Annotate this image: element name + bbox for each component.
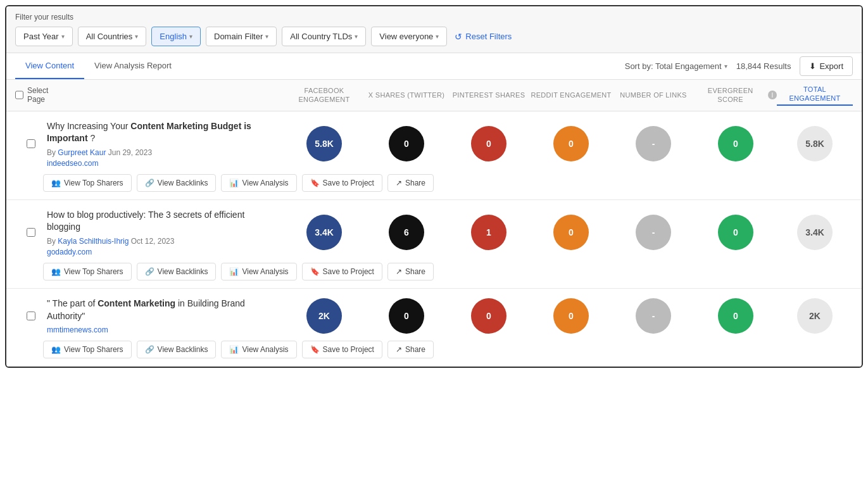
author-link[interactable]: Kayla Schilthuis-Ihrig [58, 237, 129, 246]
view-backlinks-button[interactable]: 🔗 View Backlinks [137, 174, 217, 192]
save-to-project-button[interactable]: 🔖 Save to Project [302, 174, 382, 192]
sort-button[interactable]: Sort by: Total Engagement ▾ [625, 61, 727, 71]
select-all-checkbox[interactable] [15, 91, 23, 99]
users-icon: 👥 [51, 179, 61, 187]
view-analysis-button[interactable]: 📊 View Analysis [221, 341, 296, 358]
chart-icon: 📊 [229, 179, 239, 187]
action-bar: 👥 View Top Sharers 🔗 View Backlinks 📊 Vi… [15, 334, 853, 366]
article-meta: By Gurpreet Kaur Jun 29, 2023 [47, 148, 277, 157]
facebook-circle: 5.8K [306, 126, 342, 161]
chart-icon: 📊 [229, 345, 239, 354]
article-domain[interactable]: mmtimenews.com [47, 325, 277, 334]
facebook-col-header[interactable]: FACEBOOK ENGAGEMENT [283, 86, 365, 104]
reset-icon: ↺ [455, 32, 462, 42]
export-label: Export [819, 61, 843, 71]
total-circle: 5.8K [797, 126, 833, 161]
save-to-project-button[interactable]: 🔖 Save to Project [302, 263, 382, 280]
view-backlinks-button[interactable]: 🔗 View Backlinks [137, 263, 217, 280]
chevron-down-icon: ▾ [61, 33, 65, 40]
links-col-header[interactable]: NUMBER OF LINKS [612, 91, 695, 99]
tab-view-content[interactable]: View Content [15, 53, 84, 79]
pinterest-circle: 0 [471, 298, 506, 334]
links-circle: - [636, 215, 671, 250]
evergreen-circle: 0 [718, 215, 753, 250]
tld-filter-label: All Country TLDs [290, 32, 352, 41]
article-title: Why Increasing Your Content Marketing Bu… [47, 120, 277, 145]
share-icon: ↗ [396, 179, 402, 187]
view-top-sharers-button[interactable]: 👥 View Top Sharers [43, 263, 132, 280]
pinterest-circle: 1 [471, 215, 506, 250]
table-header: Select Page FACEBOOK ENGAGEMENT X SHARES… [6, 80, 862, 111]
time-filter[interactable]: Past Year ▾ [15, 27, 73, 46]
article-info: Why Increasing Your Content Marketing Bu… [47, 120, 283, 168]
article-title: " The part of Content Marketing in Build… [47, 298, 277, 322]
info-icon[interactable]: i [768, 91, 777, 99]
users-icon: 👥 [51, 267, 61, 276]
action-bar: 👥 View Top Sharers 🔗 View Backlinks 📊 Vi… [15, 256, 853, 288]
country-filter[interactable]: All Countries ▾ [78, 27, 147, 46]
xshares-circle: 0 [389, 298, 424, 334]
results-count: 18,844 Results [736, 61, 791, 71]
select-page-header[interactable]: Select Page [15, 86, 47, 104]
tld-filter[interactable]: All Country TLDs ▾ [282, 27, 366, 46]
chevron-down-icon: ▾ [189, 33, 192, 40]
share-button[interactable]: ↗ Share [387, 174, 434, 192]
bookmark-icon: 🔖 [310, 179, 320, 187]
link-icon: 🔗 [145, 345, 154, 354]
evergreen-circle: 0 [718, 126, 753, 161]
reddit-circle: 0 [553, 298, 589, 334]
row-checkbox[interactable] [27, 312, 35, 320]
time-filter-label: Past Year [23, 32, 59, 41]
evergreen-col-header[interactable]: EVERGREEN SCORE i [695, 86, 777, 104]
view-top-sharers-button[interactable]: 👥 View Top Sharers [43, 341, 132, 358]
bookmark-icon: 🔖 [310, 267, 320, 276]
reset-filters-label: Reset Filters [465, 32, 512, 41]
article-domain[interactable]: indeedseo.com [47, 159, 277, 168]
row-checkbox[interactable] [27, 139, 35, 148]
view-filter[interactable]: View everyone ▾ [371, 27, 447, 46]
reddit-circle: 0 [553, 126, 589, 161]
view-analysis-button[interactable]: 📊 View Analysis [221, 263, 296, 280]
xshares-col-header[interactable]: X SHARES (TWITTER) [365, 91, 448, 99]
main-tabs: View Content View Analysis Report [15, 53, 182, 79]
chart-icon: 📊 [229, 267, 239, 276]
article-info: How to blog productively: The 3 secrets … [47, 209, 283, 256]
table-row: Why Increasing Your Content Marketing Bu… [6, 111, 862, 200]
total-col-header[interactable]: TOTAL ENGAGEMENT [777, 85, 853, 106]
view-backlinks-button[interactable]: 🔗 View Backlinks [137, 341, 217, 358]
links-circle: - [636, 126, 671, 161]
download-icon: ⬇ [809, 61, 816, 71]
save-to-project-button[interactable]: 🔖 Save to Project [302, 341, 382, 358]
link-icon: 🔗 [145, 267, 154, 276]
domain-filter[interactable]: Domain Filter ▾ [206, 27, 277, 46]
article-title: How to blog productively: The 3 secrets … [47, 209, 277, 234]
export-button[interactable]: ⬇ Export [800, 56, 853, 76]
share-button[interactable]: ↗ Share [387, 341, 434, 358]
share-button[interactable]: ↗ Share [387, 263, 434, 280]
reddit-col-header[interactable]: REDDIT ENGAGEMENT [530, 91, 612, 99]
domain-filter-label: Domain Filter [214, 32, 263, 41]
tab-view-analysis[interactable]: View Analysis Report [84, 53, 182, 79]
facebook-circle: 3.4K [306, 215, 342, 250]
table-row: " The part of Content Marketing in Build… [6, 289, 862, 367]
language-filter-label: English [160, 32, 187, 41]
reset-filters-button[interactable]: ↺ Reset Filters [455, 32, 512, 42]
facebook-circle: 2K [306, 298, 342, 334]
article-domain[interactable]: godaddy.com [47, 248, 277, 256]
view-top-sharers-button[interactable]: 👥 View Top Sharers [43, 174, 132, 192]
reddit-circle: 0 [553, 215, 589, 250]
view-analysis-button[interactable]: 📊 View Analysis [221, 174, 296, 192]
language-filter[interactable]: English ▾ [151, 27, 201, 46]
row-checkbox[interactable] [27, 228, 35, 237]
author-link[interactable]: Gurpreet Kaur [58, 148, 106, 157]
country-filter-label: All Countries [86, 32, 133, 41]
chevron-down-icon: ▾ [265, 33, 268, 40]
pinterest-col-header[interactable]: PINTEREST SHARES [448, 91, 530, 99]
link-icon: 🔗 [145, 179, 154, 187]
share-icon: ↗ [396, 267, 402, 276]
bookmark-icon: 🔖 [310, 345, 320, 354]
chevron-down-icon: ▾ [135, 33, 138, 40]
total-circle: 2K [797, 298, 833, 334]
filter-label: Filter your results [15, 13, 853, 22]
pinterest-circle: 0 [471, 126, 506, 161]
